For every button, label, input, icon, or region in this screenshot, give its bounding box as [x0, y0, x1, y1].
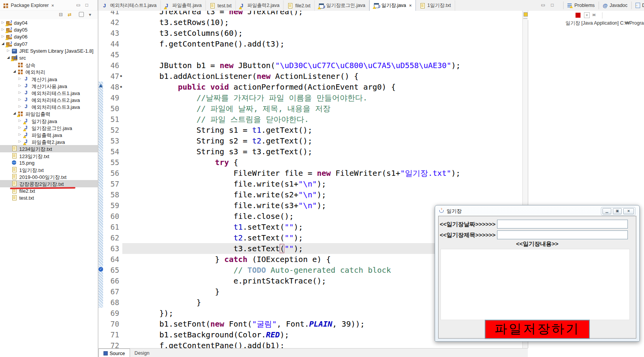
fold-marker-icon[interactable]: ●: [120, 82, 122, 92]
tree-item-상속[interactable]: 상속: [0, 61, 98, 68]
tab-problems[interactable]: Problems: [564, 3, 598, 8]
expand-arrow-icon[interactable]: ▷: [18, 97, 21, 102]
expand-arrow-icon[interactable]: ▷: [2, 27, 4, 32]
maximize-button[interactable]: ▣: [613, 208, 622, 214]
code-line-53[interactable]: 53 String s2 = t2.getText();: [103, 135, 523, 146]
tree-item-1234일기장.txt[interactable]: 1234일기장.txt: [0, 145, 98, 152]
code-line-54[interactable]: 54 String s3 = t3.getText();: [103, 146, 523, 157]
expand-arrow-icon[interactable]: ▷: [18, 83, 21, 88]
diary-content-textarea[interactable]: [440, 249, 630, 320]
expand-arrow-icon[interactable]: ▷: [18, 118, 21, 123]
editor-tab-일기장로그인.java[interactable]: 일기장로그인.java: [315, 0, 369, 11]
collapse-all-icon[interactable]: ⊟: [59, 12, 63, 17]
editor-tab-일기장.java[interactable]: 일기장.java×: [369, 0, 415, 11]
code-line-50[interactable]: 50 // 파일에 날짜, 제목, 내용을 저장: [103, 103, 523, 114]
expand-arrow-icon[interactable]: ▷: [18, 139, 21, 143]
tree-item-src[interactable]: ◢src: [0, 54, 98, 61]
minimize-button[interactable]: ▁: [602, 208, 611, 214]
diary-date-field[interactable]: [497, 220, 628, 229]
tree-item-2019-00-00일기장.txt[interactable]: 2019-00-00일기장.txt: [0, 173, 98, 180]
focus-icon[interactable]: [79, 12, 84, 17]
diary-titlebar[interactable]: 일기장 ▁ ▣ ×: [435, 205, 639, 216]
tree-item-day07[interactable]: ◢day07: [0, 40, 98, 47]
expand-arrow-icon[interactable]: ▷: [2, 34, 4, 38]
line-number: 44: [103, 38, 122, 49]
editor-tab-파일출력.java[interactable]: 파일출력.java: [161, 0, 206, 11]
remove-all-launches-icon[interactable]: ××: [592, 12, 594, 18]
tree-item-파일출력.java[interactable]: ▷파일출력.java: [0, 131, 98, 138]
tree-item-계산기사용.java[interactable]: ▷계산기사용.java: [0, 82, 98, 89]
code-line-48[interactable]: 48● public void actionPerformed(ActionEv…: [103, 82, 523, 92]
tree-item-예외처리[interactable]: ◢예외처리: [0, 68, 98, 75]
collapse-arrow-icon[interactable]: ◢: [13, 111, 16, 115]
editor-tab-1일기장.txt[interactable]: 1일기장.txt: [416, 0, 455, 11]
code-line-52[interactable]: 52 String s1 = t1.getText();: [103, 125, 523, 135]
remove-launch-icon[interactable]: ×: [584, 12, 590, 18]
expand-arrow-icon[interactable]: ▷: [18, 77, 21, 81]
close-button[interactable]: ×: [623, 208, 634, 214]
editor-tab-예외처리테스트1.java[interactable]: 예외처리테스트1.java: [98, 0, 161, 11]
tree-item-123일기장.txt[interactable]: 123일기장.txt: [0, 152, 98, 159]
editor-tab-파일출력2.java[interactable]: 파일출력2.java: [236, 0, 284, 11]
fold-marker-icon[interactable]: ●: [120, 71, 122, 82]
tree-item-예외처리테스트1.java[interactable]: ▷예외처리테스트1.java: [0, 89, 98, 96]
save-file-button[interactable]: 파일저장하기: [485, 320, 590, 339]
code-line-41[interactable]: 41 JTextArea t3 = new JTextArea();: [103, 11, 523, 17]
code-line-47[interactable]: 47● b1.addActionListener(new ActionListe…: [103, 71, 523, 82]
code-line-57[interactable]: 57 file.write(s1+"\n");: [103, 178, 523, 189]
expand-arrow-icon[interactable]: ▷: [18, 125, 21, 130]
diary-title-field[interactable]: [497, 230, 628, 239]
tree-item-day06[interactable]: ▷day06: [0, 33, 98, 40]
code-line-55[interactable]: 55 try {: [103, 157, 523, 168]
package-explorer-tab[interactable]: Package Explorer ×: [0, 0, 98, 10]
tree-item-JRE System Library [JavaSE-1.8][interactable]: ▷JRE System Library [JavaSE-1.8]: [0, 47, 98, 54]
editor-tab-file2.txt[interactable]: file2.txt: [284, 0, 315, 11]
code-line-51[interactable]: 51 // 파일 스트림을 닫아야한다.: [103, 114, 523, 125]
collapse-arrow-icon[interactable]: ◢: [7, 55, 10, 60]
tree-item-파일입출력[interactable]: ◢파일입출력: [0, 110, 98, 117]
tree-item-계산기.java[interactable]: ▷계산기.java: [0, 75, 98, 82]
tree-item-1일기장.txt[interactable]: 1일기장.txt: [0, 166, 98, 173]
tree-item-day05[interactable]: ▷day05: [0, 26, 98, 33]
code-line-56[interactable]: 56 FileWriter file = new FileWriter(s1+"…: [103, 168, 523, 178]
code-line-44[interactable]: 44 f.getContentPane().add(t3);: [103, 38, 523, 49]
expand-arrow-icon[interactable]: ▷: [18, 90, 21, 95]
tree-item-예외처리테스트3.java[interactable]: ▷예외처리테스트3.java: [0, 103, 98, 110]
collapse-arrow-icon[interactable]: ◢: [2, 42, 4, 46]
editor-maximize-icon[interactable]: □: [551, 3, 554, 7]
expand-arrow-icon[interactable]: ▷: [2, 20, 4, 25]
tab-declaration[interactable]: Decla: [632, 3, 644, 8]
close-icon[interactable]: ×: [52, 3, 54, 8]
tree-item-강장콩장2일기장.txt[interactable]: 강장콩장2일기장.txt: [0, 180, 98, 187]
diary-app-window[interactable]: 일기장 ▁ ▣ × <<일기장날짜>>>>>> <<일기장제목>>>>>> <<…: [435, 205, 640, 342]
editor-tab-test.txt[interactable]: test.txt: [206, 0, 236, 11]
tab-javadoc[interactable]: @ Javadoc: [600, 3, 631, 8]
expand-arrow-icon[interactable]: ▷: [18, 132, 21, 137]
code-line-42[interactable]: 42 t3.setRows(10);: [103, 17, 523, 28]
close-icon[interactable]: ×: [409, 3, 411, 8]
editor-minimize-icon[interactable]: ▭: [541, 3, 545, 7]
code-line-45[interactable]: 45: [103, 49, 523, 60]
tree-item-파일출력2.java[interactable]: ▷파일출력2.java: [0, 138, 98, 145]
code-line-43[interactable]: 43 t3.setColumns(60);: [103, 28, 523, 38]
code-line-49[interactable]: 49 //날짜를 가져다가 파일 이름을 만들어야한다.: [103, 92, 523, 103]
tab-source[interactable]: Source: [98, 349, 130, 357]
tree-item-예외처리테스트2.java[interactable]: ▷예외처리테스트2.java: [0, 96, 98, 103]
view-menu-icon[interactable]: ▾: [89, 12, 91, 17]
code-line-46[interactable]: 46 JButton b1 = new JButton("\uD30C\uC77…: [103, 60, 523, 71]
code-segment: "일기장.txt": [400, 168, 451, 178]
tree-item-일기장로그인.java[interactable]: ▷일기장로그인.java: [0, 124, 98, 131]
collapse-arrow-icon[interactable]: ◢: [13, 69, 16, 73]
code-line-58[interactable]: 58 file.write(s2+"\n");: [103, 189, 523, 200]
terminate-icon[interactable]: [576, 13, 581, 18]
expand-arrow-icon[interactable]: ▷: [18, 104, 21, 108]
tree-item-15.png[interactable]: 15.png: [0, 159, 98, 166]
maximize-icon[interactable]: □: [85, 3, 88, 7]
expand-arrow-icon[interactable]: ▷: [7, 48, 10, 53]
minimize-icon[interactable]: ▭: [76, 3, 80, 7]
link-with-editor-icon[interactable]: ⇄: [68, 12, 72, 17]
tree-item-day04[interactable]: ▷day04: [0, 19, 98, 26]
tree-item-일기장.java[interactable]: ▷일기장.java: [0, 117, 98, 124]
tree-item-test.txt[interactable]: test.txt: [0, 194, 98, 201]
tab-design[interactable]: Design: [130, 349, 154, 357]
